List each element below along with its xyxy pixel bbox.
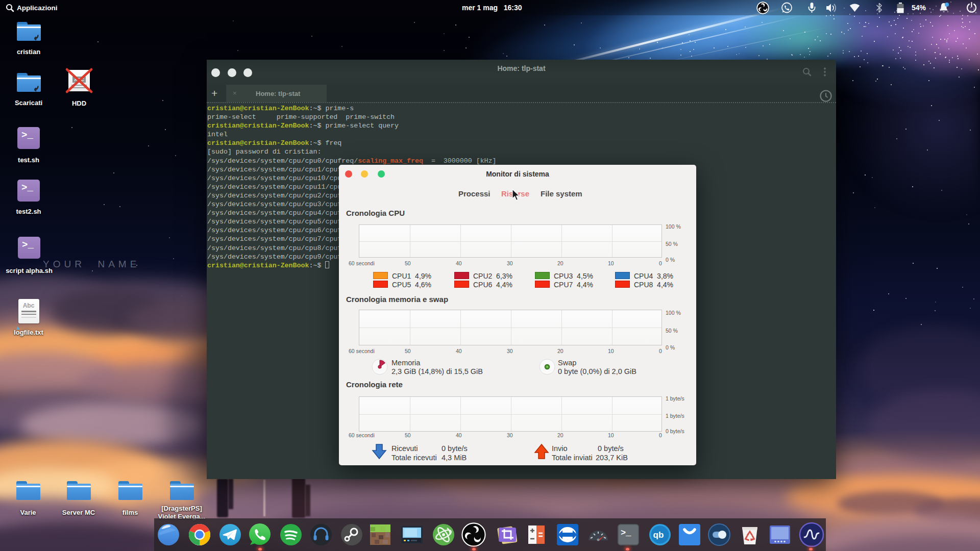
svg-text:qb: qb (653, 530, 664, 540)
svg-text:>_: >_ (621, 528, 631, 538)
